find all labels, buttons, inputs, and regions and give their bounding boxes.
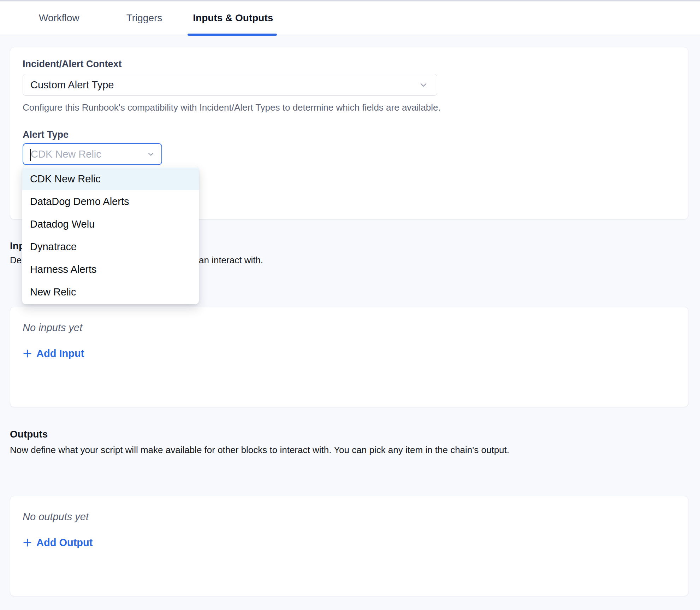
outputs-card: No outputs yet Add Output	[10, 496, 688, 596]
main-content: Incident/Alert Context Custom Alert Type…	[0, 47, 700, 596]
tab-inputs-outputs[interactable]: Inputs & Outputs	[193, 1, 273, 35]
add-output-button[interactable]: Add Output	[23, 536, 93, 549]
dropdown-option-datadog-demo-alerts[interactable]: DataDog Demo Alerts	[22, 190, 199, 213]
dropdown-option-harness-alerts[interactable]: Harness Alerts	[22, 258, 199, 281]
tab-workflow-label: Workflow	[39, 12, 79, 24]
inputs-description-fragment-start: De	[10, 255, 22, 265]
dropdown-option-new-relic[interactable]: New Relic	[22, 281, 199, 303]
alert-type-label: Alert Type	[23, 129, 676, 141]
outputs-section-heading: Outputs	[10, 428, 690, 440]
text-cursor	[30, 149, 31, 161]
alert-type-combobox[interactable]: CDK New Relic	[23, 143, 162, 165]
tab-triggers-label: Triggers	[126, 12, 162, 24]
chevron-down-icon	[419, 80, 428, 90]
plus-icon	[23, 538, 32, 547]
tab-triggers[interactable]: Triggers	[126, 1, 162, 35]
inputs-description-fragment-end: an interact with.	[199, 254, 263, 266]
tab-inputs-outputs-label: Inputs & Outputs	[193, 12, 273, 24]
plus-icon	[23, 349, 32, 358]
chevron-down-icon	[147, 150, 155, 158]
inputs-card: No inputs yet Add Input	[10, 307, 688, 407]
outputs-empty-state: No outputs yet	[23, 510, 676, 523]
tab-bar: Workflow Triggers Inputs & Outputs	[0, 1, 700, 35]
active-tab-indicator	[188, 34, 277, 36]
incident-context-select[interactable]: Custom Alert Type	[23, 74, 437, 96]
tab-workflow[interactable]: Workflow	[39, 1, 79, 35]
alert-type-placeholder: CDK New Relic	[31, 148, 147, 160]
dropdown-option-dynatrace[interactable]: Dynatrace	[22, 235, 199, 258]
add-output-label: Add Output	[36, 536, 93, 549]
incident-context-select-value: Custom Alert Type	[30, 79, 419, 91]
add-input-button[interactable]: Add Input	[23, 347, 84, 360]
dropdown-option-datadog-welu[interactable]: Datadog Welu	[22, 213, 199, 235]
incident-alert-context-label: Incident/Alert Context	[23, 58, 676, 70]
incident-context-help-text: Configure this Runbook's compatibility w…	[23, 102, 676, 113]
dropdown-option-cdk-new-relic[interactable]: CDK New Relic	[22, 168, 199, 190]
inputs-empty-state: No inputs yet	[23, 321, 676, 334]
alert-type-dropdown-menu: CDK New Relic DataDog Demo Alerts Datado…	[22, 166, 199, 304]
add-input-label: Add Input	[36, 347, 84, 360]
outputs-section-description: Now define what your script will make av…	[10, 444, 690, 456]
